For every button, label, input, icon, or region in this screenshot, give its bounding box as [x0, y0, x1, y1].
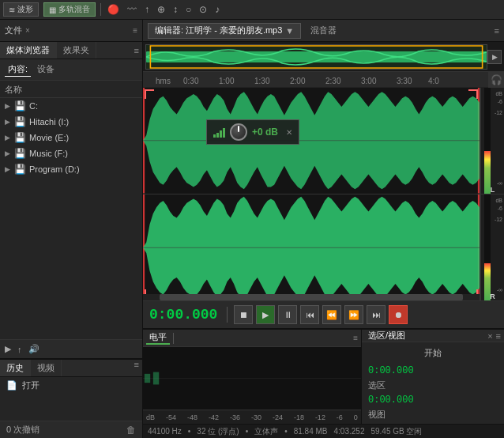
toolbar-btn-3[interactable]: ↑: [143, 2, 151, 17]
mixer-tab[interactable]: 混音器: [304, 25, 343, 36]
record-btn[interactable]: ⏺: [389, 305, 408, 324]
play-preview-btn[interactable]: ▶: [3, 342, 13, 356]
list-item[interactable]: ▶ 💾 Program (D:): [0, 161, 142, 177]
status-duration: 4:03.252: [334, 427, 365, 436]
list-item[interactable]: ▶ 💾 Hitachi (I:): [0, 114, 142, 130]
tick-300: 3:00: [361, 77, 376, 85]
top-channel: [143, 88, 480, 194]
stop-btn[interactable]: ⏹: [234, 305, 253, 324]
volume-knob[interactable]: [230, 123, 247, 141]
level-panel-menu[interactable]: ≡: [353, 334, 358, 342]
top-right-marker: [468, 89, 478, 99]
export-btn[interactable]: ↑: [16, 343, 24, 356]
waveform-canvas-area[interactable]: +0 dB ✕: [143, 88, 480, 300]
list-item[interactable]: ▶ 💾 Music (F:): [0, 145, 142, 161]
headphone-btn[interactable]: 🎧: [488, 72, 504, 88]
tab-media-browser[interactable]: 媒体浏览器: [0, 42, 57, 59]
svg-rect-14: [153, 372, 159, 385]
view-row-label: 视图: [368, 409, 386, 421]
list-item[interactable]: ▶ 💾 Movie (E:): [0, 130, 142, 145]
scale-6: -6: [337, 413, 343, 421]
selection-panel-menu[interactable]: ≡: [493, 331, 501, 341]
status-channels: 立体声: [254, 426, 278, 437]
horizontal-scrollbar[interactable]: [143, 294, 480, 300]
file-panel-close: ×: [25, 26, 30, 35]
device-btn[interactable]: 设备: [34, 62, 58, 77]
bar-1: [213, 134, 216, 138]
tab-effects[interactable]: 效果夹: [57, 42, 96, 59]
rewind-btn[interactable]: ⏪: [322, 305, 341, 324]
toolbar-btn-4[interactable]: ⊕: [156, 2, 167, 17]
editor-menu-icon[interactable]: ≡: [495, 26, 499, 36]
scrollbar-thumb[interactable]: [160, 294, 462, 300]
sel-row-label: 选区: [368, 379, 386, 391]
tree-arrow-icon: ▶: [5, 118, 11, 126]
drive-icon: 💾: [14, 100, 26, 111]
vu-scale-minus6: -6: [498, 99, 502, 104]
pause-btn[interactable]: ⏸: [278, 305, 297, 324]
status-bar: 44100 Hz • 32 位 (浮点) • 立体声 • 81.84 MB 4:…: [143, 424, 504, 438]
waveform-overview: /* SVG waveform */ ▶: [143, 42, 504, 72]
toolbar-btn-5[interactable]: ↕: [171, 2, 179, 17]
scale-42: -42: [209, 413, 219, 421]
multitrack-mode-btn[interactable]: ▦ 多轨混音: [43, 2, 96, 17]
waveform-mode-btn[interactable]: ≋ 波形: [3, 2, 39, 17]
toolbar-btn-2[interactable]: 〰: [126, 2, 138, 17]
scale-24: -24: [273, 413, 283, 421]
vu-meters-panel: dB -6 -12 -∞ L dB -6 -12 -∞: [480, 88, 504, 300]
tree-item-label: Program (D:): [29, 164, 80, 174]
history-content: 📄 打开: [0, 377, 142, 421]
content-btn[interactable]: 内容:: [5, 62, 31, 77]
status-bit-depth: 32 位 (浮点): [197, 426, 239, 437]
scale-18: -18: [294, 413, 304, 421]
tick-400: 4:0: [428, 77, 439, 85]
fast-forward-btn[interactable]: ⏩: [344, 305, 363, 324]
tab-action-icon[interactable]: ≡: [134, 46, 139, 55]
svg-rect-13: [145, 374, 150, 383]
go-end-btn[interactable]: ⏭: [367, 305, 386, 324]
tab-video[interactable]: 视频: [31, 360, 62, 376]
go-start-btn[interactable]: ⏮: [300, 305, 319, 324]
history-item[interactable]: 📄 打开: [0, 377, 142, 394]
signal-bars: [213, 126, 225, 138]
toolbar-btn-6[interactable]: ○: [184, 2, 193, 17]
vu-scale-r-minus6: -6: [498, 206, 502, 211]
list-item[interactable]: ▶ 💾 C:: [0, 98, 142, 114]
file-panel-menu[interactable]: ≡: [133, 26, 137, 35]
volume-label: +0 dB: [252, 126, 278, 138]
level-panel: 电平 ≡ dB: [143, 330, 362, 424]
volume-preview-btn[interactable]: 🔊: [27, 342, 41, 356]
scale-36: -36: [230, 413, 240, 421]
scale-30: -30: [251, 413, 261, 421]
volume-overlay: +0 dB ✕: [206, 119, 299, 145]
media-browser-tab-bar: 媒体浏览器 效果夹 ≡: [0, 42, 142, 59]
tab-history[interactable]: 历史: [0, 360, 31, 376]
play-btn[interactable]: ▶: [256, 305, 275, 324]
filename-dropdown-icon[interactable]: ▼: [285, 26, 294, 36]
waveform-icon: ≋: [9, 6, 15, 14]
editor-title-bar: 编辑器: 江明学 - 亲爱的朋友.mp3 ▼ 混音器: [148, 23, 490, 39]
bottom-channel-waveform: [143, 194, 480, 301]
tick-hms: hms: [156, 77, 171, 85]
status-free-space: 59.45 GB 空闲: [370, 426, 422, 437]
waveform-label: 波形: [17, 4, 33, 15]
tick-230: 2:30: [325, 77, 340, 85]
drive-icon: 💾: [14, 132, 26, 143]
toolbar-btn-8[interactable]: ♪: [213, 2, 221, 17]
scale-54: -54: [166, 413, 176, 421]
drive-icon: 💾: [14, 148, 26, 159]
volume-close-btn[interactable]: ✕: [286, 128, 292, 137]
open-doc-icon: 📄: [6, 380, 17, 391]
tick-330: 3:30: [397, 77, 412, 85]
scale-db: dB: [146, 413, 155, 421]
vu-scale-l-top: dB: [495, 91, 502, 96]
toolbar-btn-7[interactable]: ⊙: [197, 2, 209, 17]
clear-history-btn[interactable]: 🗑: [126, 425, 136, 436]
level-graph-svg: [143, 347, 361, 410]
toolbar-btn-1[interactable]: 🔴: [106, 2, 121, 17]
history-menu-icon[interactable]: ≡: [134, 360, 142, 376]
overview-wave-display[interactable]: /* SVG waveform */: [145, 44, 487, 70]
tab-level[interactable]: 电平: [146, 331, 170, 345]
overview-nav-right[interactable]: ▶: [487, 50, 502, 64]
tab-selection-view[interactable]: 选区/视图: [365, 330, 408, 342]
